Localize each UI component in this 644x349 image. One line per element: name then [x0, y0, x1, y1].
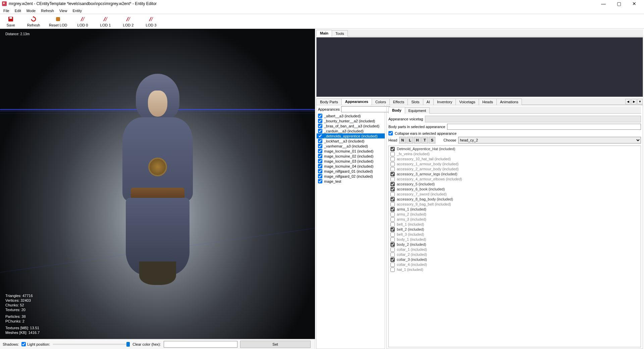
head-n-button[interactable]: N [399, 137, 406, 143]
appearance-checkbox[interactable] [318, 139, 322, 143]
set-button[interactable]: Set [240, 341, 311, 348]
tab-colors[interactable]: Colors [372, 99, 390, 105]
appearance-item[interactable]: _carduin__a3 (included) [317, 128, 385, 133]
appearance-checkbox[interactable] [318, 124, 322, 128]
tab-effects[interactable]: Effects [389, 99, 408, 105]
include-item[interactable]: collar_3 (included) [390, 257, 640, 262]
include-checkbox[interactable] [390, 227, 395, 232]
include-checkbox[interactable] [390, 157, 395, 161]
menu-file[interactable]: File [1, 8, 12, 13]
include-item[interactable]: collar_4 (included) [390, 262, 640, 267]
choose-head-select[interactable]: head_cy_2 [458, 137, 641, 143]
include-checkbox[interactable] [390, 212, 395, 217]
appearance-item[interactable]: _vanhemar__a3 (included) [317, 143, 385, 149]
include-checkbox[interactable] [390, 242, 395, 247]
appearance-checkbox[interactable] [318, 174, 322, 178]
tab-voicetags[interactable]: Voicetags [455, 99, 479, 105]
appearance-item[interactable]: _bras_of_ban_ard__a3 (included) [317, 123, 385, 128]
appearance-list[interactable]: _albert__a3 (included)_bounty_hunter__a2… [317, 113, 385, 349]
tab-body[interactable]: Body [388, 107, 405, 114]
toolbar-reset-lod-button[interactable]: Reset LOD [49, 16, 67, 27]
include-item[interactable]: accessory_5 (included) [390, 182, 640, 187]
appearance-checkbox[interactable] [318, 144, 322, 148]
light-position-slider[interactable] [53, 344, 130, 345]
include-item[interactable]: accessory_4_armour_elbows (included) [390, 177, 640, 182]
head-l-button[interactable]: L [407, 137, 413, 143]
include-checkbox[interactable] [390, 263, 395, 267]
toolbar-lod2-button[interactable]: LOD 2 [121, 16, 136, 27]
appearance-item[interactable]: mage_locmuine_01 (included) [317, 149, 385, 154]
tab-inventory[interactable]: Inventory [433, 99, 456, 105]
light-position-checkbox[interactable] [21, 342, 26, 346]
include-checkbox[interactable] [390, 207, 395, 212]
toolbar-lod3-button[interactable]: LOD 3 [144, 16, 158, 27]
include-checkbox[interactable] [390, 222, 395, 227]
head-t-button[interactable]: T [421, 137, 428, 143]
appearance-item[interactable]: _lockhart__a3 (included) [317, 138, 385, 143]
tab-animations[interactable]: Animations [496, 99, 522, 105]
include-checkbox[interactable] [390, 177, 395, 181]
include-checkbox[interactable] [390, 147, 395, 151]
include-checkbox[interactable] [390, 187, 395, 191]
tab-ai[interactable]: AI [423, 99, 434, 105]
appearance-item[interactable]: mage_locmuine_03 (included) [317, 159, 385, 164]
include-checkbox[interactable] [390, 247, 395, 252]
appearance-checkbox[interactable] [318, 149, 322, 153]
appearances-filter-input[interactable] [341, 106, 390, 112]
menu-entity[interactable]: Entity [70, 8, 85, 13]
appearance-item[interactable]: mage_locmuine_04 (included) [317, 164, 385, 169]
include-checkbox[interactable] [390, 162, 395, 166]
include-item[interactable]: accessory_6_book (included) [390, 187, 640, 192]
include-checkbox[interactable] [390, 232, 395, 237]
appearance-item[interactable]: mage_test [317, 179, 385, 184]
includes-list[interactable]: Detmold_Apprentice_Hat (included)_fx_vei… [388, 146, 641, 347]
appearance-item[interactable]: mage_nilfgaard_02 (included) [317, 174, 385, 179]
head-h-button[interactable]: H [414, 137, 421, 143]
include-checkbox[interactable] [390, 152, 395, 156]
tab-heads[interactable]: Heads [479, 99, 497, 105]
include-checkbox[interactable] [390, 167, 395, 171]
include-item[interactable]: collar_2 (included) [390, 252, 640, 257]
nav-menu-button[interactable]: ▼ [637, 99, 643, 104]
tab-tools[interactable]: Tools [332, 30, 348, 37]
include-item[interactable]: belt_3 (included) [390, 232, 640, 237]
include-checkbox[interactable] [390, 202, 395, 207]
menu-view[interactable]: View [57, 8, 70, 13]
appearance-item[interactable]: mage_nilfgaard_01 (included) [317, 169, 385, 174]
appearance-item[interactable]: _detmolds_apprentice (included) [317, 133, 385, 138]
include-item[interactable]: belt_2 (included) [390, 227, 640, 232]
nav-next-button[interactable]: ▶ [631, 99, 637, 104]
tab-main[interactable]: Main [316, 30, 332, 37]
tab-slots[interactable]: Slots [408, 99, 423, 105]
tab-equipment[interactable]: Equipment [405, 107, 430, 114]
tab-body-parts[interactable]: Body Parts [316, 99, 342, 105]
include-checkbox[interactable] [390, 197, 395, 201]
include-item[interactable]: accessory_9_bag_belt (included) [390, 202, 640, 207]
toolbar-save-button[interactable]: Save [3, 16, 18, 27]
include-item[interactable]: Detmold_Apprentice_Hat (included) [390, 147, 640, 152]
close-button[interactable]: ✕ [627, 0, 642, 7]
include-item[interactable]: accessory_2_armour_body (included) [390, 167, 640, 172]
minimize-button[interactable]: — [596, 0, 611, 7]
appearance-checkbox[interactable] [318, 164, 322, 168]
include-checkbox[interactable] [390, 237, 395, 242]
bodyparts-input[interactable] [447, 124, 641, 130]
menu-refresh[interactable]: Refresh [38, 8, 57, 13]
include-item[interactable]: body_2 (included) [390, 242, 640, 247]
tab-appearances[interactable]: Appearances [341, 98, 372, 105]
appearance-checkbox[interactable] [318, 159, 322, 163]
include-item[interactable]: collar_1 (included) [390, 247, 640, 252]
include-item[interactable]: accessory_3_armour_legs (included) [390, 172, 640, 177]
toolbar-lod0-button[interactable]: LOD 0 [75, 16, 90, 27]
menu-mode[interactable]: Mode [24, 8, 39, 13]
include-checkbox[interactable] [390, 192, 395, 196]
appearance-checkbox[interactable] [318, 169, 322, 173]
viewport-3d[interactable]: Distance: 2.13m Triangles: 47716 Vertice… [0, 29, 315, 339]
head-s-button[interactable]: S [429, 137, 435, 143]
appearance-checkbox[interactable] [318, 134, 322, 138]
toolbar-lod1-button[interactable]: LOD 1 [98, 16, 113, 27]
include-item[interactable]: accessory_10_hat_tail (included) [390, 157, 640, 162]
clear-color-input[interactable] [164, 341, 237, 348]
include-checkbox[interactable] [390, 172, 395, 176]
menu-edit[interactable]: Edit [12, 8, 24, 13]
